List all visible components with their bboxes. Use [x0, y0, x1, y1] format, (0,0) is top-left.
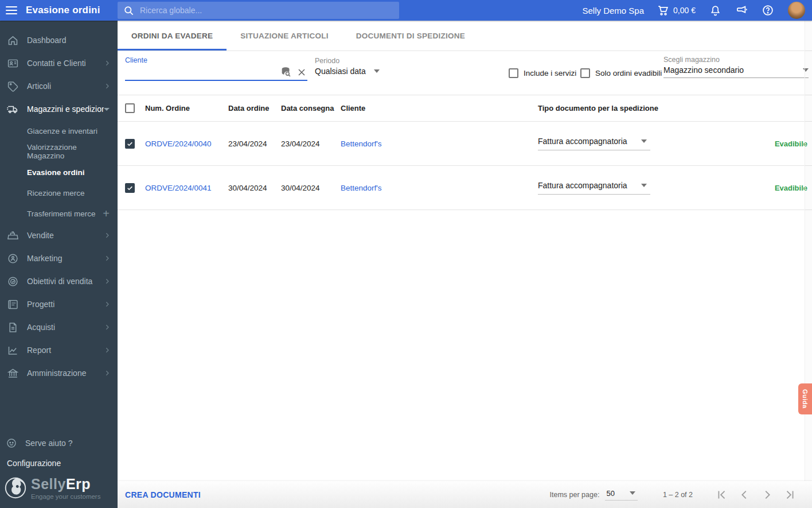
order-number-link[interactable]: ORDVE/2024/0040 — [145, 139, 212, 148]
status-badge: Evadibile — [775, 139, 807, 148]
solo-ordini-label: Solo ordini evadibili — [595, 69, 662, 77]
sidebar-subitem-trasferimenti[interactable]: Trasferimenti merce + — [0, 203, 118, 224]
sidebar-item-contatti[interactable]: Contatti e Clienti — [0, 52, 118, 75]
main-content: ORDINI DA EVADERE SITUAZIONE ARTICOLI DO… — [118, 21, 812, 508]
row-checkbox[interactable] — [125, 183, 135, 193]
last-page-button[interactable] — [783, 488, 797, 502]
sidebar-item-vendite[interactable]: Vendite — [0, 224, 118, 247]
include-servizi-checkbox[interactable]: Include i servizi — [509, 68, 576, 78]
sidebar-item-marketing[interactable]: Marketing — [0, 247, 118, 270]
tab-ordini-da-evadere[interactable]: ORDINI DA EVADERE — [118, 21, 227, 51]
tab-label: ORDINI DA EVADERE — [131, 32, 213, 40]
select-all-checkbox[interactable] — [125, 103, 135, 113]
checkbox-unchecked[interactable] — [580, 68, 590, 78]
app-logo: SellyErp Engage your customers — [0, 474, 118, 508]
announcements-button[interactable] — [735, 4, 748, 17]
document-type-value: Fattura accompagnatoria — [538, 181, 627, 190]
magazzino-label: Scegli magazzino — [663, 56, 809, 64]
sidebar-item-magazzini[interactable]: Magazzini e spedizion — [0, 98, 118, 121]
caret-down-icon — [104, 108, 110, 111]
paginator: Items per page: 50 1 – 2 of 2 — [550, 488, 806, 502]
crea-documenti-button[interactable]: CREA DOCUMENTI — [125, 490, 201, 499]
search-database-icon[interactable] — [280, 65, 292, 78]
caret-down-icon — [641, 184, 647, 187]
sidebar-item-label: Marketing — [27, 254, 103, 263]
chevron-right-icon — [103, 300, 112, 309]
document-type-value: Fattura accompagnatoria — [538, 137, 627, 146]
cart-button[interactable]: 0,00 € — [657, 4, 696, 17]
customer-link[interactable]: Bettendorf's — [341, 139, 382, 148]
sidebar-item-label: Articoli — [27, 82, 103, 91]
filters-bar: Cliente Periodo Qualsiasi data Include i… — [118, 51, 812, 95]
global-search-input[interactable] — [140, 6, 381, 15]
sidebar-subitem-valorizzazione[interactable]: Valorizzazione Magazzino — [0, 141, 118, 162]
header-num-ordine: Num. Ordine — [145, 104, 228, 113]
notifications-button[interactable] — [709, 5, 721, 17]
header-data-consegna: Data consegna — [281, 104, 341, 113]
sidebar-item-dashboard[interactable]: Dashboard — [0, 29, 118, 52]
sidebar: Dashboard Contatti e Clienti Articoli Ma… — [0, 21, 118, 508]
sidebar-item-progetti[interactable]: Progetti — [0, 293, 118, 316]
megaphone-icon — [735, 4, 748, 17]
sellyerp-eagle-icon — [2, 475, 29, 501]
help-link[interactable]: Serve aiuto ? — [0, 433, 118, 453]
magazzino-select[interactable]: Scegli magazzino Magazzino secondario — [663, 56, 809, 78]
tab-documenti-di-spedizione[interactable]: DOCUMENTI DI SPEDIZIONE — [342, 21, 479, 51]
customer-link[interactable]: Bettendorf's — [341, 184, 382, 192]
cart-total: 0,00 € — [673, 6, 696, 15]
logo-text-erp: Erp — [66, 476, 91, 492]
periodo-select[interactable]: Periodo Qualsiasi data — [315, 57, 380, 76]
sidebar-item-label: Magazzini e spedizion — [27, 104, 104, 114]
logo-tagline: Engage your customers — [31, 493, 100, 500]
user-avatar[interactable] — [788, 2, 805, 19]
cash-register-icon — [6, 228, 19, 242]
plus-icon[interactable]: + — [103, 208, 110, 219]
sidebar-item-amministrazione[interactable]: Amministrazione — [0, 362, 118, 385]
help-button[interactable] — [762, 4, 774, 17]
company-name[interactable]: Selly Demo Spa — [583, 6, 645, 15]
row-checkbox[interactable] — [125, 139, 135, 149]
sidebar-subitem-giacenze[interactable]: Giacenze e inventari — [0, 121, 118, 141]
sidebar-item-acquisti[interactable]: Acquisti — [0, 316, 118, 339]
document-type-select[interactable]: Fattura accompagnatoria — [538, 137, 650, 150]
sidebar-item-label: Dashboard — [27, 36, 112, 45]
sidebar-subitem-label: Evasione ordini — [27, 168, 85, 177]
chevron-right-icon — [103, 82, 112, 91]
cart-icon — [657, 4, 669, 17]
menu-icon[interactable] — [6, 6, 17, 14]
sidebar-subitem-evasione-ordini[interactable]: Evasione ordini — [0, 162, 118, 183]
clear-icon[interactable] — [296, 67, 307, 78]
sidebar-item-articoli[interactable]: Articoli — [0, 75, 118, 98]
bell-icon — [709, 5, 721, 17]
contacts-icon — [6, 56, 19, 70]
cliente-filter: Cliente — [125, 56, 307, 81]
document-type-select[interactable]: Fattura accompagnatoria — [538, 181, 650, 195]
sidebar-subitem-ricezione[interactable]: Ricezione merce — [0, 183, 118, 203]
cliente-input[interactable] — [125, 65, 276, 78]
next-page-button[interactable] — [760, 488, 774, 502]
configuration-link[interactable]: Configurazione — [0, 453, 118, 474]
sidebar-item-label: Contatti e Clienti — [27, 59, 103, 68]
solo-ordini-checkbox[interactable]: Solo ordini evadibili — [580, 68, 662, 78]
tab-situazione-articoli[interactable]: SITUAZIONE ARTICOLI — [227, 21, 342, 51]
header-data-ordine: Data ordine — [228, 104, 281, 113]
sidebar-subitem-label: Trasferimenti merce — [27, 210, 96, 218]
help-icon — [762, 4, 774, 17]
global-search[interactable] — [118, 2, 399, 19]
document-icon — [6, 320, 19, 334]
previous-page-button[interactable] — [737, 488, 751, 502]
caret-down-icon — [641, 139, 647, 143]
guida-side-tab[interactable]: Guida — [798, 383, 812, 414]
first-page-button[interactable] — [715, 488, 728, 502]
items-per-page-select[interactable]: 50 — [605, 489, 637, 501]
configuration-label: Configurazione — [7, 459, 61, 468]
sidebar-item-report[interactable]: Report — [0, 339, 118, 362]
order-number-link[interactable]: ORDVE/2024/0041 — [145, 184, 212, 192]
sidebar-item-obiettivi[interactable]: Obiettivi di vendita — [0, 270, 118, 293]
delivery-date: 30/04/2024 — [281, 184, 341, 192]
table-header-row: Num. Ordine Data ordine Data consegna Cl… — [118, 95, 812, 122]
magazzino-value: Magazzino secondario — [663, 65, 744, 75]
checkbox-unchecked[interactable] — [509, 68, 518, 78]
bank-icon — [6, 366, 19, 380]
search-icon — [123, 5, 134, 16]
